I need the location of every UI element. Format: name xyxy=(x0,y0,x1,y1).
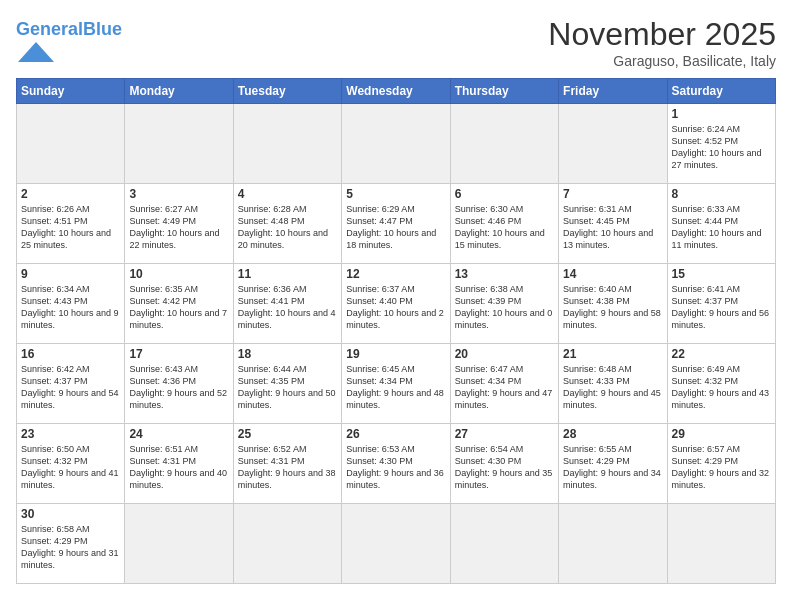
calendar-cell: 24Sunrise: 6:51 AMSunset: 4:31 PMDayligh… xyxy=(125,424,233,504)
calendar-cell xyxy=(342,104,450,184)
day-number: 22 xyxy=(672,347,771,361)
day-number: 1 xyxy=(672,107,771,121)
day-number: 28 xyxy=(563,427,662,441)
day-number: 18 xyxy=(238,347,337,361)
day-number: 20 xyxy=(455,347,554,361)
header-friday: Friday xyxy=(559,79,667,104)
calendar-cell: 18Sunrise: 6:44 AMSunset: 4:35 PMDayligh… xyxy=(233,344,341,424)
calendar-row: 9Sunrise: 6:34 AMSunset: 4:43 PMDaylight… xyxy=(17,264,776,344)
calendar-cell xyxy=(125,104,233,184)
day-number: 10 xyxy=(129,267,228,281)
day-info: Sunrise: 6:55 AMSunset: 4:29 PMDaylight:… xyxy=(563,443,662,492)
calendar-row: 2Sunrise: 6:26 AMSunset: 4:51 PMDaylight… xyxy=(17,184,776,264)
day-number: 7 xyxy=(563,187,662,201)
header: GeneralBlue November 2025 Garaguso, Basi… xyxy=(16,16,776,70)
svg-marker-0 xyxy=(18,42,54,62)
calendar-cell xyxy=(233,504,341,584)
calendar-cell xyxy=(559,104,667,184)
day-info: Sunrise: 6:35 AMSunset: 4:42 PMDaylight:… xyxy=(129,283,228,332)
day-number: 5 xyxy=(346,187,445,201)
location-title: Garaguso, Basilicate, Italy xyxy=(548,53,776,69)
day-number: 27 xyxy=(455,427,554,441)
header-tuesday: Tuesday xyxy=(233,79,341,104)
calendar-cell: 9Sunrise: 6:34 AMSunset: 4:43 PMDaylight… xyxy=(17,264,125,344)
day-info: Sunrise: 6:57 AMSunset: 4:29 PMDaylight:… xyxy=(672,443,771,492)
calendar-cell: 4Sunrise: 6:28 AMSunset: 4:48 PMDaylight… xyxy=(233,184,341,264)
day-info: Sunrise: 6:43 AMSunset: 4:36 PMDaylight:… xyxy=(129,363,228,412)
calendar-cell xyxy=(450,504,558,584)
day-number: 11 xyxy=(238,267,337,281)
header-monday: Monday xyxy=(125,79,233,104)
header-thursday: Thursday xyxy=(450,79,558,104)
day-number: 9 xyxy=(21,267,120,281)
calendar-cell: 13Sunrise: 6:38 AMSunset: 4:39 PMDayligh… xyxy=(450,264,558,344)
weekday-header-row: Sunday Monday Tuesday Wednesday Thursday… xyxy=(17,79,776,104)
day-info: Sunrise: 6:31 AMSunset: 4:45 PMDaylight:… xyxy=(563,203,662,252)
calendar-cell: 5Sunrise: 6:29 AMSunset: 4:47 PMDaylight… xyxy=(342,184,450,264)
calendar-cell: 29Sunrise: 6:57 AMSunset: 4:29 PMDayligh… xyxy=(667,424,775,504)
day-info: Sunrise: 6:45 AMSunset: 4:34 PMDaylight:… xyxy=(346,363,445,412)
calendar-cell: 30Sunrise: 6:58 AMSunset: 4:29 PMDayligh… xyxy=(17,504,125,584)
day-info: Sunrise: 6:26 AMSunset: 4:51 PMDaylight:… xyxy=(21,203,120,252)
calendar-cell xyxy=(559,504,667,584)
month-title: November 2025 xyxy=(548,16,776,53)
calendar-cell: 23Sunrise: 6:50 AMSunset: 4:32 PMDayligh… xyxy=(17,424,125,504)
calendar-cell: 25Sunrise: 6:52 AMSunset: 4:31 PMDayligh… xyxy=(233,424,341,504)
calendar-cell: 14Sunrise: 6:40 AMSunset: 4:38 PMDayligh… xyxy=(559,264,667,344)
day-number: 3 xyxy=(129,187,228,201)
day-info: Sunrise: 6:51 AMSunset: 4:31 PMDaylight:… xyxy=(129,443,228,492)
day-info: Sunrise: 6:52 AMSunset: 4:31 PMDaylight:… xyxy=(238,443,337,492)
title-area: November 2025 Garaguso, Basilicate, Ital… xyxy=(548,16,776,69)
calendar-cell: 6Sunrise: 6:30 AMSunset: 4:46 PMDaylight… xyxy=(450,184,558,264)
calendar-cell: 22Sunrise: 6:49 AMSunset: 4:32 PMDayligh… xyxy=(667,344,775,424)
calendar-cell: 27Sunrise: 6:54 AMSunset: 4:30 PMDayligh… xyxy=(450,424,558,504)
calendar-cell: 7Sunrise: 6:31 AMSunset: 4:45 PMDaylight… xyxy=(559,184,667,264)
calendar-cell: 20Sunrise: 6:47 AMSunset: 4:34 PMDayligh… xyxy=(450,344,558,424)
calendar-cell: 19Sunrise: 6:45 AMSunset: 4:34 PMDayligh… xyxy=(342,344,450,424)
day-number: 15 xyxy=(672,267,771,281)
calendar-cell: 21Sunrise: 6:48 AMSunset: 4:33 PMDayligh… xyxy=(559,344,667,424)
calendar-cell: 1Sunrise: 6:24 AMSunset: 4:52 PMDaylight… xyxy=(667,104,775,184)
calendar-cell: 17Sunrise: 6:43 AMSunset: 4:36 PMDayligh… xyxy=(125,344,233,424)
header-sunday: Sunday xyxy=(17,79,125,104)
calendar-cell xyxy=(17,104,125,184)
logo: GeneralBlue xyxy=(16,20,122,70)
day-number: 25 xyxy=(238,427,337,441)
day-info: Sunrise: 6:48 AMSunset: 4:33 PMDaylight:… xyxy=(563,363,662,412)
day-number: 8 xyxy=(672,187,771,201)
day-number: 26 xyxy=(346,427,445,441)
day-number: 2 xyxy=(21,187,120,201)
calendar-cell xyxy=(342,504,450,584)
day-info: Sunrise: 6:47 AMSunset: 4:34 PMDaylight:… xyxy=(455,363,554,412)
day-number: 16 xyxy=(21,347,120,361)
day-number: 30 xyxy=(21,507,120,521)
calendar: Sunday Monday Tuesday Wednesday Thursday… xyxy=(16,78,776,584)
calendar-cell: 3Sunrise: 6:27 AMSunset: 4:49 PMDaylight… xyxy=(125,184,233,264)
day-number: 12 xyxy=(346,267,445,281)
day-info: Sunrise: 6:58 AMSunset: 4:29 PMDaylight:… xyxy=(21,523,120,572)
calendar-cell: 8Sunrise: 6:33 AMSunset: 4:44 PMDaylight… xyxy=(667,184,775,264)
calendar-cell: 26Sunrise: 6:53 AMSunset: 4:30 PMDayligh… xyxy=(342,424,450,504)
day-info: Sunrise: 6:33 AMSunset: 4:44 PMDaylight:… xyxy=(672,203,771,252)
calendar-cell xyxy=(667,504,775,584)
logo-icon xyxy=(18,38,54,66)
day-info: Sunrise: 6:29 AMSunset: 4:47 PMDaylight:… xyxy=(346,203,445,252)
calendar-cell: 10Sunrise: 6:35 AMSunset: 4:42 PMDayligh… xyxy=(125,264,233,344)
calendar-row: 30Sunrise: 6:58 AMSunset: 4:29 PMDayligh… xyxy=(17,504,776,584)
day-number: 14 xyxy=(563,267,662,281)
calendar-cell xyxy=(125,504,233,584)
day-info: Sunrise: 6:49 AMSunset: 4:32 PMDaylight:… xyxy=(672,363,771,412)
logo-blue: Blue xyxy=(83,19,122,39)
day-number: 23 xyxy=(21,427,120,441)
logo-general: General xyxy=(16,19,83,39)
calendar-row: 16Sunrise: 6:42 AMSunset: 4:37 PMDayligh… xyxy=(17,344,776,424)
calendar-cell xyxy=(450,104,558,184)
day-number: 21 xyxy=(563,347,662,361)
day-info: Sunrise: 6:41 AMSunset: 4:37 PMDaylight:… xyxy=(672,283,771,332)
day-number: 29 xyxy=(672,427,771,441)
day-number: 4 xyxy=(238,187,337,201)
day-info: Sunrise: 6:38 AMSunset: 4:39 PMDaylight:… xyxy=(455,283,554,332)
day-info: Sunrise: 6:36 AMSunset: 4:41 PMDaylight:… xyxy=(238,283,337,332)
day-info: Sunrise: 6:50 AMSunset: 4:32 PMDaylight:… xyxy=(21,443,120,492)
day-number: 24 xyxy=(129,427,228,441)
